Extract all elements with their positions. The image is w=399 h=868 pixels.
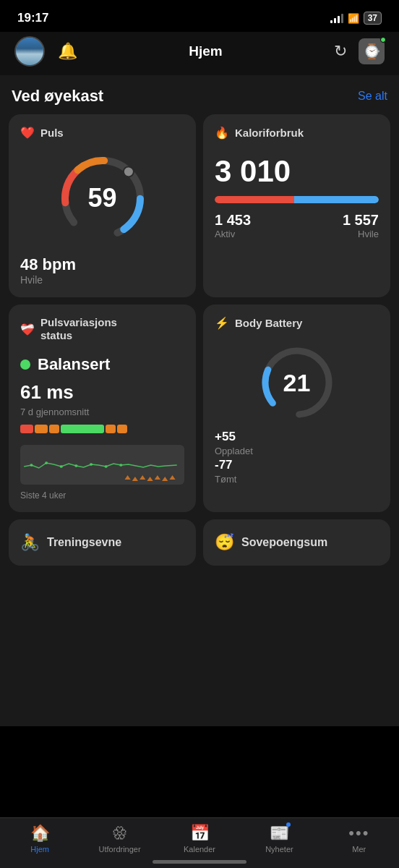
bb-charged-label: Oppladet [215, 446, 379, 456]
hrv-status-dot [20, 359, 30, 370]
cards-grid: ❤️ Puls [9, 114, 390, 512]
puls-gauge-container: 59 [20, 151, 184, 245]
refresh-icon[interactable]: ↻ [334, 42, 347, 61]
hrv-chart-label: Siste 4 uker [20, 490, 184, 501]
watch-icon[interactable]: ⌚ [359, 38, 385, 64]
kalori-hvile-col: 1 557 Hvile [343, 212, 379, 239]
hrv-card[interactable]: ❤️‍🩹 Pulsvariasjons status Balansert 61 … [9, 305, 196, 512]
hrv-label2: status [40, 329, 117, 342]
tab-kalender[interactable]: 📅 Kalender [160, 824, 239, 854]
header-right: ↻ ⌚ [334, 38, 385, 64]
puls-footer: 48 bpm Hvile [20, 251, 76, 286]
heart-icon: ❤️ [20, 126, 35, 140]
tab-utfordringer-icon: 🏵 [112, 824, 128, 843]
tab-nyheter-label: Nyheter [265, 845, 293, 854]
kalori-bar [215, 196, 379, 203]
kalori-aktiv-value: 1 453 [215, 212, 251, 229]
svg-point-13 [45, 461, 48, 464]
tab-nyheter-icon: 📰 [270, 824, 289, 842]
signal-icon [330, 13, 343, 23]
puls-label: Puls [40, 127, 64, 139]
tab-nyheter-wrap: 📰 [270, 824, 289, 843]
hrv-seg-orange1 [35, 425, 48, 433]
bb-value: 21 [283, 369, 311, 397]
watch-connected-dot [380, 37, 386, 43]
flame-icon: 🔥 [215, 126, 229, 140]
hrv-ms: 61 ms [20, 381, 184, 404]
tab-kalender-icon: 📅 [190, 824, 210, 843]
svg-marker-7 [140, 475, 145, 480]
kalori-hvile-label: Hvile [358, 229, 379, 239]
training-label: Treningsevne [47, 536, 121, 549]
tab-utfordringer[interactable]: 🏵 Utfordringer [80, 824, 159, 854]
svg-point-12 [30, 464, 33, 467]
bell-icon[interactable]: 🔔 [58, 42, 77, 61]
svg-marker-11 [169, 475, 175, 480]
body-battery-label: Body Battery [235, 317, 302, 329]
svg-marker-6 [132, 477, 138, 481]
header-left: 🔔 [14, 36, 77, 67]
training-card[interactable]: 🚴 Treningsevne [9, 519, 196, 566]
bb-gauge-container: 21 [215, 343, 379, 422]
kalori-card-header: 🔥 Kaloriforbruk [215, 126, 379, 140]
sleep-card[interactable]: 😴 Sovepoengsum [203, 519, 390, 566]
svg-marker-8 [147, 477, 153, 481]
kalori-bar-hvile [294, 196, 379, 203]
puls-sub: Hvile [20, 274, 76, 286]
puls-card-header: ❤️ Puls [20, 126, 64, 140]
kalori-row: 1 453 Aktiv 1 557 Hvile [215, 212, 379, 239]
svg-point-14 [60, 465, 63, 468]
bb-drained-label: Tømt [215, 474, 379, 485]
svg-point-16 [90, 463, 93, 466]
tab-hjem-icon: 🏠 [30, 824, 50, 843]
battery-indicator: 37 [364, 12, 382, 25]
hrv-icon: ❤️‍🩹 [20, 323, 35, 336]
body-battery-icon: ⚡ [215, 316, 229, 330]
hrv-chart [20, 445, 184, 485]
kalori-label: Kaloriforbruk [235, 127, 304, 139]
tab-mer-icon: ••• [348, 824, 369, 843]
hrv-card-header: ❤️‍🩹 Pulsvariasjons status [20, 316, 184, 342]
tab-nyheter[interactable]: 📰 Nyheter [239, 824, 319, 854]
hrv-bar [20, 425, 184, 433]
hrv-avg: 7 d gjennomsnitt [20, 407, 184, 417]
puls-card[interactable]: ❤️ Puls [9, 114, 196, 297]
svg-point-15 [74, 464, 77, 467]
tab-mer-label: Mer [352, 845, 366, 854]
avatar[interactable] [14, 36, 45, 67]
section-title: Ved øyekast [12, 87, 103, 106]
svg-marker-5 [124, 475, 130, 480]
tab-kalender-label: Kalender [184, 845, 215, 854]
svg-point-17 [105, 465, 108, 468]
body-battery-header: ⚡ Body Battery [215, 316, 379, 330]
sleep-label: Sovepoengsum [241, 536, 327, 549]
tab-hjem-label: Hjem [30, 845, 49, 854]
training-icon: 🚴 [20, 533, 40, 552]
kalori-total: 3 010 [215, 154, 379, 189]
bb-charged-num: +55 [215, 430, 379, 444]
hrv-seg-orange3 [106, 425, 116, 433]
header-title: Hjem [77, 43, 334, 59]
tab-hjem[interactable]: 🏠 Hjem [0, 824, 80, 854]
kalori-aktiv-col: 1 453 Aktiv [215, 212, 251, 239]
bb-gauge: 21 [257, 343, 337, 422]
tab-nyheter-dot [286, 822, 291, 827]
body-battery-card[interactable]: ⚡ Body Battery 21 +55 Oppladet -77 [203, 305, 390, 512]
hrv-status-row: Balansert [20, 355, 184, 374]
bb-stats: +55 Oppladet -77 Tømt [215, 430, 379, 485]
kalori-bar-aktiv [215, 196, 294, 203]
tab-mer[interactable]: ••• Mer [319, 824, 399, 854]
tab-utfordringer-label: Utfordringer [99, 845, 141, 854]
kalori-card[interactable]: 🔥 Kaloriforbruk 3 010 1 453 Aktiv 1 557 … [203, 114, 390, 297]
kalori-hvile-value: 1 557 [343, 212, 379, 229]
bb-drained-num: -77 [215, 458, 379, 472]
puls-bpm: 48 bpm [20, 255, 76, 274]
hrv-status: Balansert [38, 355, 110, 374]
puls-value: 59 [87, 183, 116, 213]
see-all-link[interactable]: Se alt [358, 90, 387, 103]
main-content: Ved øyekast Se alt ❤️ Puls [0, 75, 399, 726]
kalori-aktiv-label: Aktiv [215, 229, 251, 239]
hrv-seg-orange4 [117, 425, 127, 433]
bottom-cards: 🚴 Treningsevne 😴 Sovepoengsum [9, 519, 390, 566]
status-bar: 19:17 📶 37 [0, 0, 399, 32]
